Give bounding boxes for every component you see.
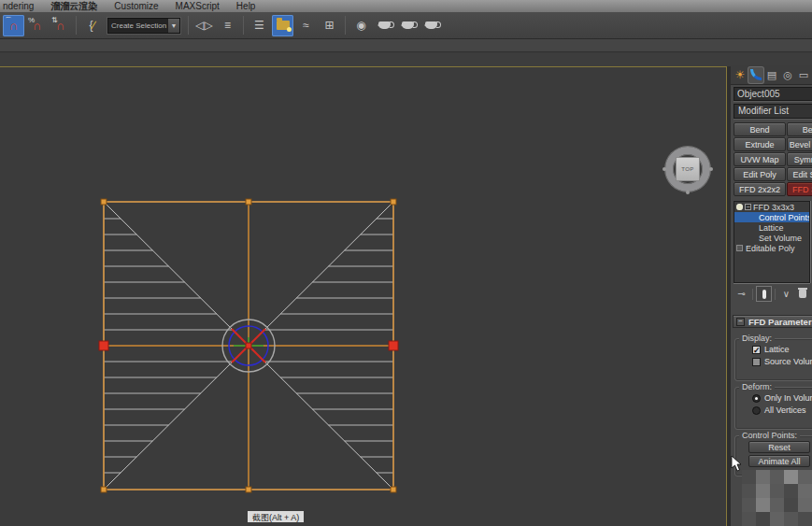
modifier-button-symmetry[interactable]: Symmetry [787, 152, 812, 166]
named-selection-set-dropdown[interactable]: Create Selection Set ▼ [107, 18, 180, 34]
mouse-cursor [731, 456, 744, 473]
lattice-checkbox-row[interactable]: ✓ Lattice [752, 345, 812, 354]
object-name-field[interactable]: Object005 [734, 87, 812, 101]
stack-toolbar-separator [752, 289, 753, 300]
layer-manager-icon[interactable] [272, 15, 293, 36]
percent-snap-icon[interactable]: %∩ [26, 15, 48, 36]
modifier-button-uvw-map[interactable]: UVW Map [734, 152, 786, 166]
toolbar-separator [188, 16, 189, 35]
menu-maxscript[interactable]: MAXScript [167, 1, 228, 11]
toolbar-separator [345, 16, 346, 35]
stack-item-set-volume[interactable]: Set Volume [734, 233, 809, 243]
modifier-button-bevel-profile[interactable]: Bevel Profile [787, 137, 812, 151]
render-production-icon[interactable] [420, 15, 442, 36]
deform-group: Deform: Only In Volume All Vertices [734, 387, 812, 430]
modifier-button-edit-poly[interactable]: Edit Poly [734, 167, 786, 181]
modifier-buttons: Bend Bevel Extrude Bevel Profile UVW Map… [734, 122, 812, 197]
display-group-label: Display: [739, 334, 775, 343]
modifier-button-extrude[interactable]: Extrude [734, 137, 786, 151]
angle-snap-icon[interactable]: ∩⌒ [3, 15, 24, 36]
toolbar-separator [76, 16, 77, 35]
censored-watermark [742, 470, 812, 526]
max-window: ndering 溜溜云渲染 Customize MAXScript Help ∩… [0, 0, 812, 526]
modifier-button-bend[interactable]: Bend [734, 122, 786, 136]
modifier-button-ffd-2x2x2[interactable]: FFD 2x2x2 [734, 182, 786, 196]
stack-item-ffd3x3x3[interactable]: − FFD 3x3x3 [734, 202, 809, 212]
stack-item-label: FFD 3x3x3 [753, 203, 794, 212]
only-in-volume-radio[interactable] [752, 394, 761, 403]
stack-toolbar: ⊸ ∨ [734, 286, 812, 302]
menu-help[interactable]: Help [228, 1, 264, 11]
source-volume-checkbox[interactable] [752, 358, 761, 366]
spinner-snap-icon[interactable]: ⇅∩ [50, 15, 71, 36]
modifier-button-bevel[interactable]: Bevel [787, 122, 812, 136]
modifier-stack: − FFD 3x3x3 Control Points Lattice Set V… [734, 201, 810, 283]
rendered-frame-window-icon[interactable] [397, 15, 419, 36]
menu-bar: ndering 溜溜云渲染 Customize MAXScript Help [0, 0, 812, 12]
reset-button[interactable]: Reset [748, 441, 810, 453]
viewport-canvas[interactable] [0, 67, 727, 526]
all-vertices-radio-row[interactable]: All Vertices [752, 405, 812, 415]
animate-all-button[interactable]: Animate All [748, 455, 810, 467]
show-end-result-icon[interactable] [757, 287, 771, 301]
modify-tab[interactable] [748, 67, 763, 83]
stack-item-label: Control Points [759, 213, 810, 222]
command-panel-tabs: ☀ ▤ ◎ ▭ [731, 65, 812, 85]
dropdown-arrow-icon[interactable]: ▼ [167, 19, 179, 33]
deform-group-label: Deform: [739, 382, 775, 391]
viewport-top[interactable]: TOP [0, 66, 727, 526]
modifier-button-edit-spline[interactable]: Edit Spline [787, 167, 812, 181]
checkbox-label: Source Volume [764, 357, 812, 366]
schematic-view-icon[interactable]: ⊞ [319, 15, 340, 36]
display-tab[interactable]: ▭ [796, 67, 811, 83]
viewport-top-gap [0, 53, 812, 66]
curve-editor-icon[interactable]: ≈ [295, 15, 317, 36]
motion-tab[interactable]: ◎ [780, 67, 795, 83]
menu-rendering[interactable]: ndering [0, 1, 42, 11]
stack-toolbar-separator [775, 289, 776, 300]
remove-modifier-icon[interactable] [795, 287, 809, 301]
modifier-on-off-icon[interactable] [736, 204, 743, 210]
scene-layers-icon[interactable]: ☰ [249, 15, 270, 36]
mirror-icon[interactable]: ◁▷ [193, 15, 215, 36]
stack-item-label: Set Volume [759, 234, 802, 243]
render-setup-icon[interactable] [374, 15, 395, 36]
menu-cloud-render[interactable]: 溜溜云渲染 [42, 0, 106, 12]
all-vertices-radio[interactable] [752, 406, 761, 415]
selection-set-value: Create Selection Set [108, 21, 167, 30]
make-unique-icon[interactable]: ∨ [779, 287, 793, 301]
material-editor-icon[interactable]: ◉ [350, 15, 372, 36]
source-volume-checkbox-row[interactable]: Source Volume [752, 357, 812, 366]
display-group: Display: ✓ Lattice Source Volume [734, 338, 812, 381]
modifier-list-dropdown[interactable]: Modifier List [734, 104, 812, 119]
pin-stack-icon[interactable]: ⊸ [734, 287, 748, 301]
stack-item-control-points[interactable]: Control Points [734, 212, 809, 222]
toolbar-lower-band [0, 39, 812, 52]
ffd-parameters-rollout-header[interactable]: − FFD Parameters [733, 315, 812, 328]
viewcube-south-tick [686, 191, 690, 194]
stack-item-lattice[interactable]: Lattice [734, 222, 809, 233]
collapse-icon[interactable]: − [745, 204, 751, 210]
radio-label: Only In Volume [764, 393, 812, 403]
radio-label: All Vertices [764, 405, 806, 415]
menu-customize[interactable]: Customize [106, 1, 166, 11]
viewcube-top-face[interactable]: TOP [676, 157, 700, 181]
modifier-button-ffd-3x3x3[interactable]: FFD 3x3x3 [787, 182, 812, 196]
base-object-icon [736, 245, 743, 251]
viewcube[interactable]: TOP [665, 147, 710, 192]
create-tab[interactable]: ☀ [733, 67, 748, 83]
rollout-collapse-icon[interactable]: − [736, 318, 745, 326]
toolbar-separator [243, 16, 244, 35]
control-points-group-label: Control Points: [739, 431, 800, 440]
align-icon[interactable]: ≡ [217, 15, 238, 36]
viewcube-west-tick [662, 167, 666, 171]
only-in-volume-radio-row[interactable]: Only In Volume [752, 393, 812, 403]
main-toolbar: ∩⌒ %∩ ⇅∩ {∕ Create Selection Set ▼ ◁▷ ≡ … [0, 12, 812, 39]
screenshot-tooltip: 截图(Alt + A) [247, 510, 305, 523]
stack-item-label: Lattice [759, 223, 784, 233]
rollout-title: FFD Parameters [748, 317, 812, 327]
named-selection-sets-icon[interactable]: {∕ [81, 15, 103, 36]
hierarchy-tab[interactable]: ▤ [764, 67, 779, 83]
lattice-checkbox[interactable]: ✓ [752, 346, 761, 354]
stack-item-editable-poly[interactable]: Editable Poly [734, 243, 809, 253]
